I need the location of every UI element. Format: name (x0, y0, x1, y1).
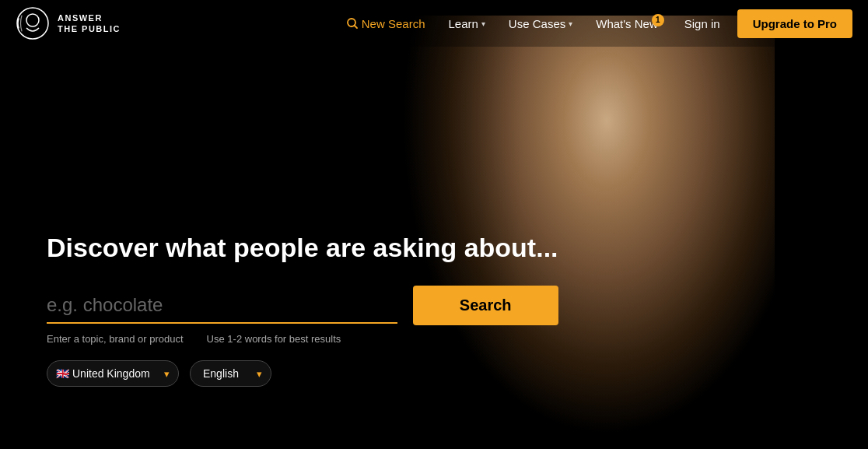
search-input-wrapper (47, 288, 397, 324)
lang-select-wrapper: English French German Spanish ▾ (190, 360, 271, 387)
logo-text: ANSWER THE PUBLIC (58, 12, 121, 35)
hero-content: Discover what people are asking about...… (47, 232, 558, 387)
search-hint-words: Use 1-2 words for best results (207, 333, 341, 345)
upgrade-button[interactable]: Upgrade to Pro (737, 9, 852, 38)
sign-in-button[interactable]: Sign in (672, 12, 733, 35)
use-cases-chevron: ▾ (569, 19, 572, 28)
svg-point-0 (17, 8, 48, 39)
logo-icon (16, 6, 50, 40)
navbar: ANSWER THE PUBLIC New Search Learn ▾ Use… (0, 0, 868, 47)
whats-new-badge: 1 (652, 14, 664, 26)
logo-area[interactable]: ANSWER THE PUBLIC (16, 6, 121, 40)
dropdowns-row: 🇬🇧 United Kingdom United States Australi… (47, 360, 558, 387)
language-select[interactable]: English French German Spanish (190, 360, 271, 387)
country-select-wrapper: 🇬🇧 United Kingdom United States Australi… (47, 360, 179, 387)
svg-line-3 (354, 26, 357, 29)
learn-chevron: ▾ (481, 19, 485, 28)
search-input[interactable] (47, 288, 397, 324)
new-search-nav[interactable]: New Search (337, 12, 435, 35)
search-hints: Enter a topic, brand or product Use 1-2 … (47, 333, 558, 345)
search-button[interactable]: Search (413, 286, 558, 325)
nav-links: New Search Learn ▾ Use Cases ▾ What's Ne… (337, 9, 852, 38)
svg-point-1 (26, 14, 39, 26)
country-select[interactable]: United Kingdom United States Australia C… (47, 360, 179, 387)
search-hint-topic: Enter a topic, brand or product (47, 333, 184, 345)
whats-new-wrapper: What's New 1 (586, 12, 667, 35)
search-row: Search (47, 286, 558, 325)
learn-nav[interactable]: Learn ▾ (439, 12, 494, 35)
use-cases-nav[interactable]: Use Cases ▾ (499, 12, 582, 35)
search-icon (346, 17, 359, 30)
hero-headline: Discover what people are asking about... (47, 232, 558, 264)
